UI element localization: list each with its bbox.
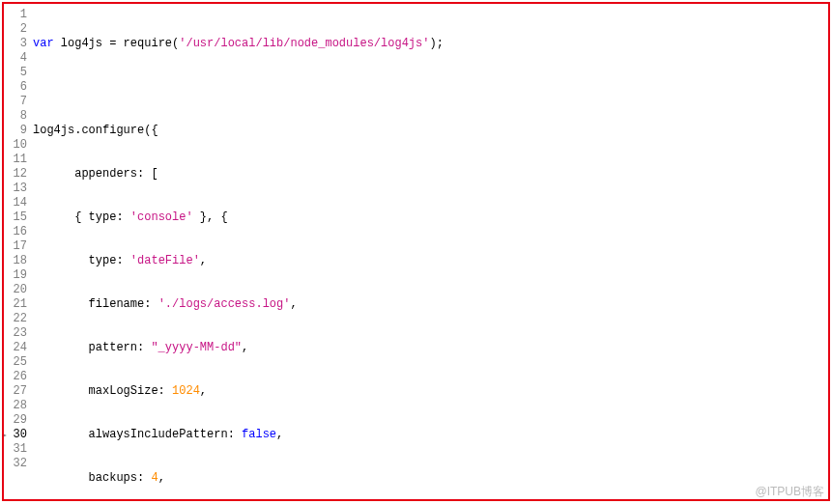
code-line[interactable]: type: 'dateFile', [33, 254, 828, 268]
line-number: 20 [4, 283, 27, 297]
code-line[interactable]: backups: 4, [33, 471, 828, 486]
line-number: 1 [4, 8, 27, 22]
line-number: 31 [4, 442, 27, 457]
line-number: 32 [4, 457, 27, 471]
line-number: 3 [4, 37, 27, 51]
line-number: 13 [4, 182, 27, 196]
code-line[interactable]: { type: 'console' }, { [33, 210, 828, 225]
line-number: 24 [4, 341, 27, 355]
line-number: 10 [4, 138, 27, 153]
code-line[interactable]: alwaysIncludePattern: false, [33, 428, 828, 442]
line-number: 30 [4, 428, 27, 442]
code-area[interactable]: 1234567891011121314151617181920212223242… [4, 4, 828, 501]
code-line[interactable] [33, 80, 828, 95]
line-number: 17 [4, 239, 27, 254]
line-number: 5 [4, 66, 27, 80]
line-number: 28 [4, 399, 27, 413]
code-content[interactable]: var log4js = require('/usr/local/lib/nod… [33, 8, 828, 501]
line-number: 6 [4, 80, 27, 95]
line-number: 9 [4, 124, 27, 138]
line-number: 16 [4, 225, 27, 239]
line-number: 23 [4, 326, 27, 341]
line-number: 12 [4, 167, 27, 182]
line-number: 8 [4, 109, 27, 124]
code-editor-frame: 1234567891011121314151617181920212223242… [2, 2, 830, 501]
line-number: 4 [4, 51, 27, 66]
line-number: 27 [4, 384, 27, 399]
code-line[interactable]: maxLogSize: 1024, [33, 384, 828, 399]
line-number: 21 [4, 297, 27, 312]
line-number: 26 [4, 370, 27, 384]
line-number: 18 [4, 254, 27, 268]
line-number-gutter: 1234567891011121314151617181920212223242… [4, 8, 33, 501]
code-line[interactable]: pattern: "_yyyy-MM-dd", [33, 341, 828, 355]
line-number: 15 [4, 210, 27, 225]
line-number: 19 [4, 268, 27, 283]
line-number: 22 [4, 312, 27, 326]
code-line[interactable]: appenders: [ [33, 167, 828, 182]
code-line[interactable]: var log4js = require('/usr/local/lib/nod… [33, 37, 828, 51]
line-number: 14 [4, 196, 27, 210]
line-number: 7 [4, 95, 27, 109]
line-number: 29 [4, 413, 27, 428]
line-number: 2 [4, 22, 27, 37]
line-number: 25 [4, 355, 27, 370]
code-line[interactable]: filename: './logs/access.log', [33, 297, 828, 312]
line-number: 11 [4, 153, 27, 167]
code-line[interactable]: log4js.configure({ [33, 124, 828, 138]
